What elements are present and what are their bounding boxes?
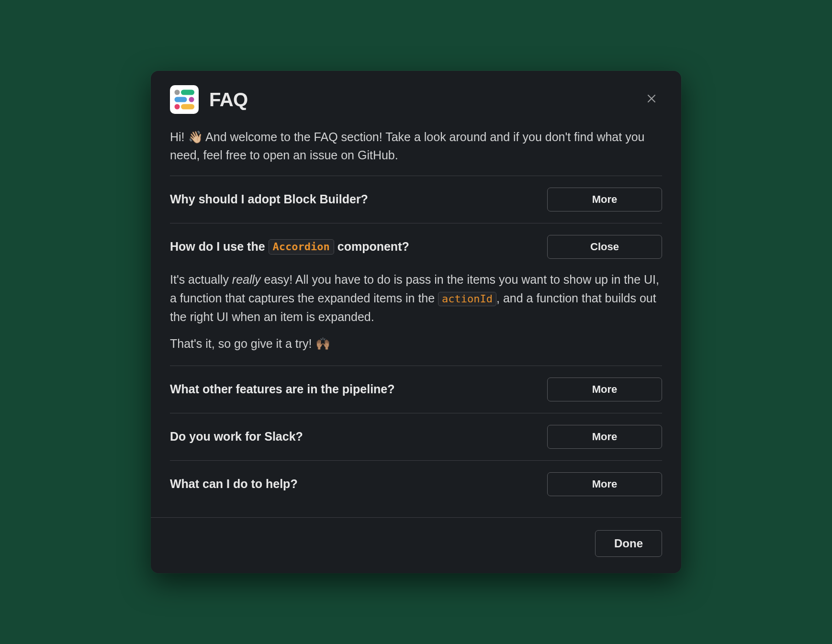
svg-rect-1 xyxy=(181,90,194,95)
more-button[interactable]: More xyxy=(547,425,662,449)
title-code: Accordion xyxy=(269,239,334,255)
svg-rect-2 xyxy=(175,97,187,102)
modal-title: FAQ xyxy=(209,89,630,111)
close-button[interactable] xyxy=(641,88,662,111)
intro-text: Hi! 👋🏼 And welcome to the FAQ section! T… xyxy=(170,123,662,176)
expanded-paragraph: It's actually really easy! All you have … xyxy=(170,270,662,326)
accordion-item: Do you work for Slack? More xyxy=(170,413,662,460)
raised-hands-emoji-icon: 🙌🏽 xyxy=(315,337,330,350)
block-builder-icon xyxy=(173,88,196,111)
inline-code: actionId xyxy=(438,292,496,306)
app-icon xyxy=(170,85,199,114)
intro-rest: And welcome to the FAQ section! Take a l… xyxy=(170,130,644,162)
modal-body: Hi! 👋🏼 And welcome to the FAQ section! T… xyxy=(151,123,681,517)
title-prefix: How do I use the xyxy=(170,240,269,253)
accordion-item: What other features are in the pipeline?… xyxy=(170,366,662,413)
more-button[interactable]: More xyxy=(547,188,662,211)
accordion-item-title: Why should I adopt Block Builder? xyxy=(170,191,536,208)
faq-modal: FAQ Hi! 👋🏼 And welcome to the FAQ sectio… xyxy=(151,71,681,573)
intro-prefix: Hi! xyxy=(170,130,188,144)
svg-point-0 xyxy=(175,90,180,95)
expanded-paragraph: That's it, so go give it a try! 🙌🏽 xyxy=(170,334,662,353)
accordion-item-title: How do I use the Accordion component? xyxy=(170,239,536,255)
more-button[interactable]: More xyxy=(547,378,662,401)
wave-emoji-icon: 👋🏼 xyxy=(188,130,203,144)
accordion-item-title: What can I do to help? xyxy=(170,476,536,492)
title-suffix: component? xyxy=(334,240,409,253)
svg-point-3 xyxy=(189,97,194,102)
close-item-button[interactable]: Close xyxy=(547,235,662,259)
svg-point-4 xyxy=(175,104,180,110)
more-button[interactable]: More xyxy=(547,472,662,496)
accordion-item-title: What other features are in the pipeline? xyxy=(170,381,536,398)
close-icon xyxy=(646,93,657,104)
accordion-item: How do I use the Accordion component? Cl… xyxy=(170,223,662,270)
svg-rect-5 xyxy=(181,104,194,110)
done-button[interactable]: Done xyxy=(595,530,662,557)
accordion-item-body: It's actually really easy! All you have … xyxy=(170,270,662,366)
accordion-item: What can I do to help? More xyxy=(170,461,662,508)
accordion-item-title: Do you work for Slack? xyxy=(170,429,536,445)
modal-header: FAQ xyxy=(151,71,681,123)
modal-footer: Done xyxy=(151,517,681,573)
accordion-item: Why should I adopt Block Builder? More xyxy=(170,176,662,223)
